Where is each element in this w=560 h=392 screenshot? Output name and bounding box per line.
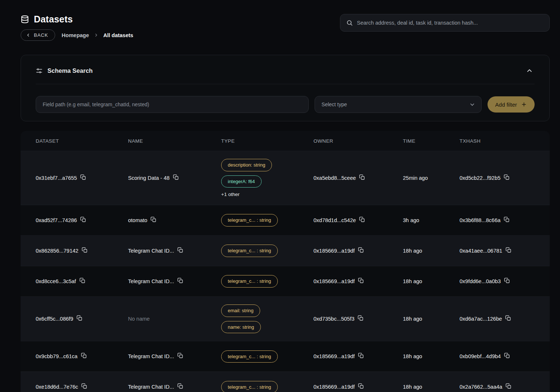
- type-cell: telegram_c... : string: [221, 237, 313, 265]
- name-cell: Telegram Chat ID...: [128, 248, 221, 254]
- filter-row: Select type Add filter: [36, 84, 535, 121]
- copy-icon[interactable]: [358, 278, 364, 284]
- copy-icon[interactable]: [505, 315, 511, 321]
- copy-icon[interactable]: [358, 383, 364, 389]
- column-header-time[interactable]: TIME: [403, 138, 460, 144]
- name-cell: Telegram Chat ID...: [128, 384, 221, 390]
- dataset-cell: 0xe18d6d...7e76c: [36, 384, 128, 390]
- table-row[interactable]: 0xd8cce6...3c5af Telegram Chat ID... tel…: [21, 266, 550, 296]
- owner-cell: 0xa5ebd8...5ceee: [313, 175, 403, 181]
- type-cell: telegram_c... : string: [221, 206, 313, 234]
- global-search[interactable]: [340, 14, 550, 32]
- owner-address: 0xd735bc...505f3: [313, 316, 354, 322]
- dataset-id: 0xe18d6d...7e76c: [36, 384, 78, 390]
- copy-icon[interactable]: [504, 278, 510, 284]
- dataset-cell: 0xad52f7...74286: [36, 217, 128, 223]
- column-header-dataset[interactable]: DATASET: [36, 138, 128, 144]
- copy-icon[interactable]: [177, 278, 183, 284]
- chevron-up-icon: [526, 67, 533, 74]
- type-select[interactable]: Select type: [315, 96, 482, 113]
- time-ago: 18h ago: [403, 316, 422, 322]
- copy-icon[interactable]: [504, 353, 510, 359]
- back-button[interactable]: BACK: [21, 29, 55, 41]
- type-cell: telegram_c... : string: [221, 343, 313, 371]
- schema-search-header: Schema Search: [36, 55, 535, 84]
- copy-icon[interactable]: [358, 247, 364, 253]
- dataset-cell: 0x9cbb79...c61ca: [36, 353, 128, 359]
- table-row[interactable]: 0x31ebf7...a7655 Scoring Data - 48 descr…: [21, 151, 550, 205]
- owner-cell: 0x185669...a19df: [313, 353, 403, 359]
- txhash-cell: 0xd6a7ac...126be: [460, 316, 550, 322]
- type-badge: telegram_c... : string: [221, 350, 278, 363]
- table-row[interactable]: 0xad52f7...74286 otomato telegram_c... :…: [21, 205, 550, 235]
- type-select-value: Select type: [322, 101, 347, 107]
- txhash-cell: 0x9fdd6e...0a0b3: [460, 278, 550, 284]
- table-row[interactable]: 0x9cbb79...c61ca Telegram Chat ID... tel…: [21, 341, 550, 371]
- copy-icon[interactable]: [358, 353, 364, 359]
- copy-icon[interactable]: [177, 247, 183, 253]
- dataset-name: Telegram Chat ID...: [128, 248, 174, 254]
- copy-icon[interactable]: [177, 353, 183, 359]
- table-row[interactable]: 0x6cff5c...086f9 No name email: stringna…: [21, 296, 550, 341]
- type-badge: name: string: [221, 321, 261, 334]
- copy-icon[interactable]: [173, 174, 179, 180]
- copy-icon[interactable]: [82, 247, 88, 253]
- table-row[interactable]: 0xe18d6d...7e76c Telegram Chat ID... tel…: [21, 371, 550, 392]
- table-row[interactable]: 0x862856...79142 Telegram Chat ID... tel…: [21, 235, 550, 266]
- type-badge: email: string: [221, 304, 260, 317]
- back-label: BACK: [34, 32, 48, 38]
- copy-icon[interactable]: [358, 315, 364, 321]
- copy-icon[interactable]: [504, 217, 510, 222]
- txhash-cell: 0x3b6f88...8c66a: [460, 217, 550, 223]
- column-header-txhash[interactable]: TXHASH: [460, 138, 550, 144]
- tx-hash: 0x9fdd6e...0a0b3: [460, 278, 501, 284]
- time-cell: 18h ago: [403, 384, 460, 390]
- copy-icon[interactable]: [150, 217, 156, 222]
- copy-icon[interactable]: [504, 174, 510, 180]
- page-header: Datasets BACK Homepage All datasets: [21, 14, 550, 41]
- tx-hash: 0xb09ebf...4d9b4: [460, 353, 501, 359]
- copy-icon[interactable]: [506, 383, 511, 389]
- breadcrumb-homepage[interactable]: Homepage: [62, 32, 89, 38]
- dataset-name: Telegram Chat ID...: [128, 278, 174, 284]
- column-header-name[interactable]: NAME: [128, 138, 221, 144]
- plus-icon: [521, 101, 527, 107]
- copy-icon[interactable]: [81, 353, 87, 359]
- owner-cell: 0x185669...a19df: [313, 384, 403, 390]
- schema-search-title: Schema Search: [47, 67, 93, 74]
- breadcrumb-row: BACK Homepage All datasets: [21, 29, 133, 41]
- add-filter-button[interactable]: Add filter: [488, 96, 535, 113]
- copy-icon[interactable]: [79, 278, 85, 284]
- search-input[interactable]: [357, 20, 543, 26]
- time-cell: 18h ago: [403, 316, 460, 322]
- time-ago: 3h ago: [403, 217, 419, 223]
- copy-icon[interactable]: [77, 315, 82, 321]
- copy-icon[interactable]: [81, 383, 87, 389]
- time-cell: 18h ago: [403, 248, 460, 254]
- title-row: Datasets: [21, 14, 133, 25]
- column-header-owner[interactable]: OWNER: [313, 138, 403, 144]
- copy-icon[interactable]: [80, 217, 86, 222]
- copy-icon[interactable]: [506, 247, 511, 253]
- filter-sliders-icon: [36, 67, 43, 74]
- page-title: Datasets: [34, 14, 73, 25]
- field-path-input[interactable]: [36, 96, 309, 113]
- time-cell: 25min ago: [403, 175, 460, 181]
- type-badge: telegram_c... : string: [221, 245, 278, 257]
- column-header-type[interactable]: TYPE: [221, 138, 313, 144]
- owner-address: 0x185669...a19df: [313, 384, 355, 390]
- table-body: 0x31ebf7...a7655 Scoring Data - 48 descr…: [21, 151, 550, 392]
- type-badge: telegram_c... : string: [221, 275, 278, 288]
- type-badge: description: string: [221, 159, 272, 171]
- dataset-name: No name: [128, 316, 150, 322]
- collapse-panel-button[interactable]: [524, 65, 535, 76]
- txhash-cell: 0xb09ebf...4d9b4: [460, 353, 550, 359]
- add-filter-label: Add filter: [495, 101, 517, 108]
- owner-cell: 0xd735bc...505f3: [313, 316, 403, 322]
- copy-icon[interactable]: [177, 383, 183, 389]
- time-ago: 18h ago: [403, 248, 422, 254]
- table-header-row: DATASET NAME TYPE OWNER TIME TXHASH: [21, 131, 550, 151]
- copy-icon[interactable]: [80, 174, 86, 180]
- copy-icon[interactable]: [359, 174, 365, 180]
- copy-icon[interactable]: [359, 217, 365, 222]
